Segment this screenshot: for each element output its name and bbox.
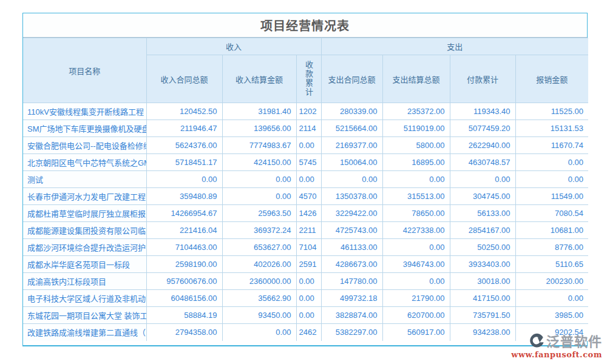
value-cell: 0.00: [146, 171, 222, 188]
group-header-expense: 支出: [321, 38, 588, 55]
project-operation-table: 项目名称 收入 支出 收入合同总额 收入结算金额 收款累计 支出合同总额 支出结…: [23, 38, 588, 341]
value-cell: 461133.00: [321, 239, 382, 256]
table-row: 成都能源建设集团投资有限公司临221416.04369372.242211472…: [23, 222, 588, 239]
project-name-cell[interactable]: 成都杜甫草堂临时展厅独立展柜报: [23, 205, 146, 222]
value-cell: 15131.53: [515, 120, 588, 137]
value-cell: 5800.00: [382, 137, 450, 154]
value-cell: 957600676.00: [146, 273, 222, 290]
value-cell: 120452.50: [146, 103, 222, 120]
project-name-cell[interactable]: 110kV安徽线程集变开断线路工程: [23, 103, 146, 120]
value-cell: 0.00: [296, 273, 321, 290]
table-row: 东城花园一期项目公寓大堂 装饰工58884.1993450.000.003828…: [23, 307, 588, 324]
value-cell: 78650.00: [382, 205, 450, 222]
value-cell: 0.00: [222, 171, 296, 188]
value-cell: 0.00: [222, 188, 296, 205]
table-row: 成都杜甫草堂临时展厅独立展柜报14266954.6725963.50142632…: [23, 205, 588, 222]
vendor-watermark: 泛普软件 www.fanpusoft.com: [511, 331, 602, 359]
table-row: 成都水岸华庭名苑项目一标段2598190.00402026.0025914286…: [23, 256, 588, 273]
value-cell: 2598190.00: [146, 256, 222, 273]
value-cell: 8776.00: [515, 239, 588, 256]
value-cell: 60486156.00: [146, 290, 222, 307]
table-row: 北京朝阳区电气中芯特气系统之GM5718451.17424150.0057451…: [23, 154, 588, 171]
page-title: 项目经营情况表: [260, 16, 350, 34]
table-row: 电子科技大学区域人行道及非机动60486156.0035662.900.0049…: [23, 290, 588, 307]
value-cell: 31981.40: [222, 103, 296, 120]
value-cell: 653627.00: [222, 239, 296, 256]
column-header-project-name: 项目名称: [23, 38, 146, 103]
value-cell: 200230.00: [515, 273, 588, 290]
value-cell: 304745.00: [450, 188, 515, 205]
value-cell: 3933403.00: [450, 256, 515, 273]
vendor-url-link[interactable]: www.fanpusoft.com: [511, 350, 602, 359]
value-cell: 4725743.00: [321, 222, 382, 239]
value-cell: 0.00: [515, 171, 588, 188]
project-name-cell[interactable]: 北京朝阳区电气中芯特气系统之GM: [23, 154, 146, 171]
project-name-cell[interactable]: 成都沙河环境综合提升改造运河护: [23, 239, 146, 256]
value-cell: 3985.00: [515, 307, 588, 324]
value-cell: 7080.54: [515, 205, 588, 222]
value-cell: 0.00: [296, 137, 321, 154]
value-cell: 4286673.00: [321, 256, 382, 273]
value-cell: 369372.24: [222, 222, 296, 239]
column-header-expense-settlement: 支出结算总额: [382, 55, 450, 103]
value-cell: 7774983.67: [222, 137, 296, 154]
project-name-cell[interactable]: 成渝高铁内江标段项目: [23, 273, 146, 290]
value-cell: 221416.04: [146, 222, 222, 239]
value-cell: 560917.00: [382, 324, 450, 341]
value-cell: 402026.00: [222, 256, 296, 273]
value-cell: 119343.40: [450, 103, 515, 120]
value-cell: 7104: [296, 239, 321, 256]
value-cell: 5718451.17: [146, 154, 222, 171]
value-cell: 58884.19: [146, 307, 222, 324]
fanpu-logo-icon: [529, 332, 545, 348]
value-cell: 0.00: [382, 171, 450, 188]
value-cell: 14266954.67: [146, 205, 222, 222]
table-row: 成渝高铁内江标段项目957600676.002360000.000.001477…: [23, 273, 588, 290]
value-cell: 56133.00: [450, 205, 515, 222]
column-header-expense-contract-total: 支出合同总额: [321, 55, 382, 103]
project-name-cell[interactable]: 成都能源建设集团投资有限公司临: [23, 222, 146, 239]
project-name-cell[interactable]: 安徽合肥供电公司--配电设备检修维: [23, 137, 146, 154]
value-cell: 0.00: [515, 154, 588, 171]
table-row: 长春市伊通河水力发电厂改建工程359480.890.0045701350378.…: [23, 188, 588, 205]
table-row: 安徽合肥供电公司--配电设备检修维5624376.007774983.670.0…: [23, 137, 588, 154]
project-name-cell[interactable]: 长春市伊通河水力发电厂改建工程: [23, 188, 146, 205]
group-header-income: 收入: [146, 38, 321, 55]
project-name-cell[interactable]: 东城花园一期项目公寓大堂 装饰工: [23, 307, 146, 324]
value-cell: 16895.00: [382, 154, 450, 171]
table-row: 测试0.000.000.000.000.000.000.00: [23, 171, 588, 188]
value-cell: 211946.47: [146, 120, 222, 137]
value-cell: 5077459.20: [450, 120, 515, 137]
project-name-cell[interactable]: 成都水岸华庭名苑项目一标段: [23, 256, 146, 273]
value-cell: 235372.00: [382, 103, 450, 120]
value-cell: 2622940.00: [450, 137, 515, 154]
value-cell: 93450.00: [222, 307, 296, 324]
value-cell: 7104463.00: [146, 239, 222, 256]
project-name-cell[interactable]: 改建铁路成渝线增建第二直通线（: [23, 324, 146, 341]
table-row: 改建铁路成渝线增建第二直通线（2794358.000.0024625382297…: [23, 324, 588, 341]
value-cell: 0.00: [515, 290, 588, 307]
column-header-income-contract-total: 收入合同总额: [146, 55, 222, 103]
value-cell: 2854167.00: [450, 222, 515, 239]
value-cell: 0.00: [321, 171, 382, 188]
value-cell: 2169377.00: [321, 137, 382, 154]
value-cell: 21790.00: [382, 290, 450, 307]
value-cell: 3946743.00: [382, 256, 450, 273]
value-cell: 5382297.00: [321, 324, 382, 341]
project-name-cell[interactable]: SM广场地下车库更换摄像机及硬盘: [23, 120, 146, 137]
value-cell: 280339.00: [321, 103, 382, 120]
value-cell: 417150.00: [450, 290, 515, 307]
column-header-receipts-cumulative: 收款累计: [296, 55, 321, 103]
column-header-reimbursement: 报销金额: [515, 55, 588, 103]
project-name-cell[interactable]: 电子科技大学区域人行道及非机动: [23, 290, 146, 307]
value-cell: 5215664.00: [321, 120, 382, 137]
value-cell: 139656.00: [222, 120, 296, 137]
value-cell: 5745: [296, 154, 321, 171]
value-cell: 0.00: [382, 239, 450, 256]
value-cell: 2211: [296, 222, 321, 239]
value-cell: 1426: [296, 205, 321, 222]
value-cell: 1202: [296, 103, 321, 120]
value-cell: 10681.00: [515, 222, 588, 239]
value-cell: 0.00: [296, 290, 321, 307]
project-name-cell[interactable]: 测试: [23, 171, 146, 188]
